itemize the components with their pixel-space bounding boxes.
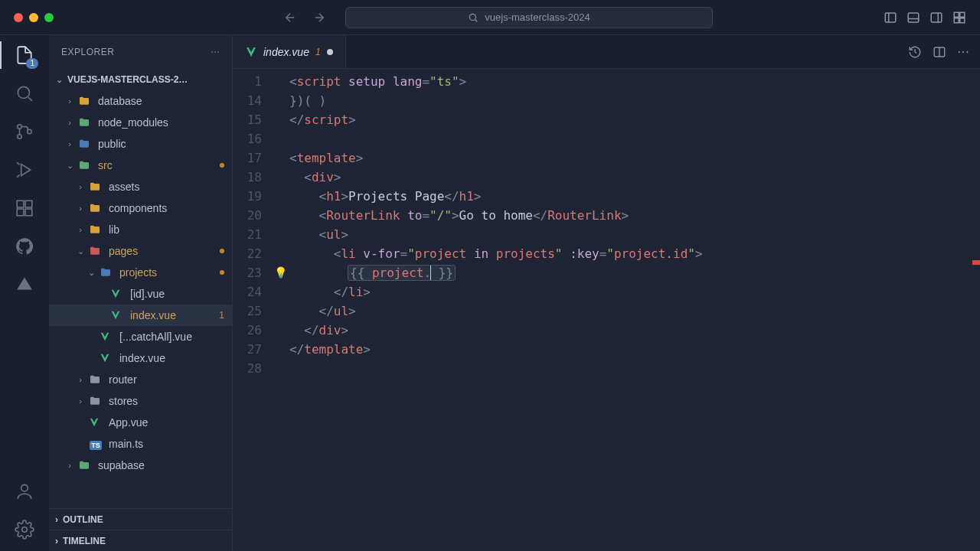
file-tree[interactable]: ⌄ VUEJS-MASTERCLASS-2… ›database›node_mo… [49,69,232,508]
chevron-icon: › [64,461,75,470]
tree-item-public[interactable]: ›public [49,133,232,155]
code-line[interactable] [289,129,980,148]
line-number: 21 [233,225,262,244]
tree-item-index-vue[interactable]: index.vue1 [49,305,232,326]
code-line[interactable]: <li v-for="project in projects" :key="pr… [289,244,980,263]
modified-dot-icon [220,163,224,168]
tree-item-src[interactable]: ⌄src [49,155,232,176]
tree-item-----catchall--vue[interactable]: [...catchAll].vue [49,326,232,347]
tree-item-database[interactable]: ›database [49,90,232,112]
explorer-activity-button[interactable]: 1 [12,43,37,67]
maximize-window-button[interactable] [44,13,54,22]
svg-rect-2 [908,13,919,22]
history-button[interactable] [908,45,922,59]
code-content[interactable]: <script setup lang="ts">})( )</script><t… [289,69,980,551]
tab-problems-badge: 1 [315,47,321,57]
nav-forward-button[interactable] [312,11,326,24]
vue-file-icon [245,46,257,58]
code-line[interactable]: <script setup lang="ts"> [289,72,980,91]
search-activity-button[interactable] [12,81,37,106]
outline-section[interactable]: › OUTLINE [49,508,232,530]
run-debug-activity-button[interactable] [12,158,37,182]
tree-item-router[interactable]: ›router [49,369,232,390]
tab-index-vue[interactable]: index.vue 1 [233,35,346,68]
vue-file-icon [89,417,103,428]
code-line[interactable]: <div> [289,168,980,187]
close-window-button[interactable] [14,13,23,22]
line-number: 24 [233,282,262,302]
explorer-more-button[interactable]: ⋯ [211,47,220,57]
vue-file-icon [100,331,113,342]
folder-icon [100,266,113,279]
nav-back-button[interactable] [283,11,297,24]
tree-item-main-ts[interactable]: TSmain.ts [49,433,232,455]
tree-item-label: assets [109,181,224,193]
code-line[interactable]: <h1>Projects Page</h1> [289,187,980,206]
layout-sidebar-right-icon[interactable] [929,11,943,24]
tree-item-pages[interactable]: ⌄pages [49,240,232,262]
chevron-down-icon: ⌄ [54,75,64,85]
svg-rect-15 [25,201,32,207]
code-line[interactable]: </div> [289,321,980,340]
line-number: 14 [233,91,262,110]
tree-item-projects[interactable]: ⌄projects [49,262,232,283]
code-line[interactable]: })( ) [289,91,980,110]
extensions-activity-button[interactable] [12,196,37,220]
code-line[interactable]: </ul> [289,302,980,321]
code-line[interactable] [289,359,980,378]
tree-item-components[interactable]: ›components [49,197,232,219]
command-search-bar[interactable]: vuejs-masterclass-2024 [345,7,713,28]
line-number: 16 [233,129,262,148]
line-number: 15 [233,110,262,129]
svg-rect-5 [960,12,965,17]
tree-item-stores[interactable]: ›stores [49,390,232,412]
tree-item-lib[interactable]: ›lib [49,219,232,240]
tree-item-app-vue[interactable]: App.vue [49,412,232,433]
code-line[interactable]: {{ project. }} [289,263,980,282]
editor-more-button[interactable]: ⋯ [957,44,969,59]
tree-item-supabase[interactable]: ›supabase [49,455,232,476]
svg-point-9 [18,125,21,129]
chevron-icon: › [75,375,86,384]
code-line[interactable]: </li> [289,282,980,302]
tree-item-index-vue[interactable]: index.vue [49,347,232,369]
layout-panel-bottom-icon[interactable] [906,11,920,24]
tree-item-node-modules[interactable]: ›node_modules [49,112,232,133]
svg-rect-3 [931,13,942,22]
layout-sidebar-left-icon[interactable] [884,11,897,24]
code-line[interactable]: <ul> [289,225,980,244]
code-editor[interactable]: 1141516171819202122232425262728 💡 <scrip… [233,69,980,551]
code-line[interactable]: </template> [289,340,980,359]
settings-button[interactable] [12,517,37,542]
ai-activity-button[interactable] [12,272,37,297]
github-activity-button[interactable] [12,234,37,259]
line-number: 18 [233,168,262,187]
code-line[interactable]: <RouterLink to="/">Go to home</RouterLin… [289,206,980,225]
customize-layout-icon[interactable] [952,11,966,24]
tree-item-assets[interactable]: ›assets [49,176,232,197]
line-number-gutter: 1141516171819202122232425262728 [233,69,271,551]
tree-item-label: main.ts [109,438,224,450]
folder-icon [78,159,92,171]
svg-point-16 [21,484,28,491]
line-number: 23 [233,263,262,282]
tree-item--id--vue[interactable]: [id].vue [49,283,232,305]
code-line[interactable]: </script> [289,110,980,129]
minimize-window-button[interactable] [29,13,38,22]
source-control-activity-button[interactable] [12,119,37,144]
chevron-icon: ⌄ [86,268,96,278]
split-editor-button[interactable] [933,45,946,59]
tree-item-label: pages [109,245,212,257]
line-number: 28 [233,359,262,378]
chevron-right-icon: › [55,514,58,525]
accounts-button[interactable] [12,479,37,504]
tree-item-label: App.vue [109,416,224,429]
code-line[interactable]: <template> [289,148,980,168]
chevron-icon: › [64,118,75,127]
tree-section-header[interactable]: ⌄ VUEJS-MASTERCLASS-2… [49,69,232,90]
folder-icon [89,181,103,193]
minimap-error-marker[interactable] [972,260,980,265]
lightbulb-icon[interactable]: 💡 [274,263,287,282]
timeline-section[interactable]: › TIMELINE [49,530,232,551]
folder-icon [89,202,103,214]
